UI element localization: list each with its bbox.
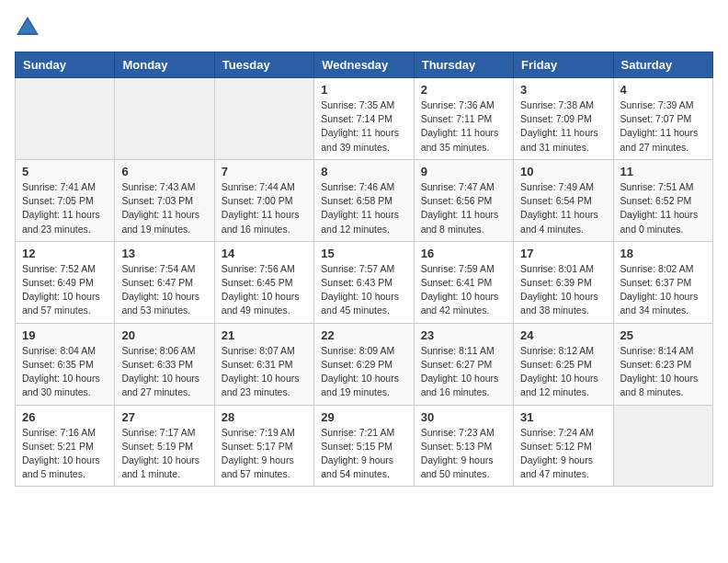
calendar-cell: 8Sunrise: 7:46 AMSunset: 6:58 PMDaylight… xyxy=(314,159,414,241)
day-info: Sunrise: 7:23 AMSunset: 5:13 PMDaylight:… xyxy=(421,426,506,482)
weekday-header-sunday: Sunday xyxy=(16,52,115,78)
day-info: Sunrise: 7:54 AMSunset: 6:47 PMDaylight:… xyxy=(121,262,207,318)
weekday-header-friday: Friday xyxy=(514,52,613,78)
sunset: Sunset: 5:12 PM xyxy=(520,441,592,452)
day-number: 30 xyxy=(421,410,506,424)
daylight: Daylight: 9 hours and 57 minutes. xyxy=(222,454,294,479)
day-info: Sunrise: 8:06 AMSunset: 6:33 PMDaylight:… xyxy=(121,344,207,400)
day-number: 2 xyxy=(421,83,506,97)
daylight: Daylight: 10 hours and 27 minutes. xyxy=(121,373,199,397)
calendar-cell xyxy=(115,78,214,160)
daylight: Daylight: 10 hours and 34 minutes. xyxy=(620,291,699,316)
day-info: Sunrise: 8:01 AMSunset: 6:39 PMDaylight:… xyxy=(520,262,606,318)
sunrise: Sunrise: 7:23 AM xyxy=(421,427,495,438)
sunset: Sunset: 5:19 PM xyxy=(121,441,193,452)
sunrise: Sunrise: 7:19 AM xyxy=(222,427,295,438)
day-info: Sunrise: 7:41 AMSunset: 7:05 PMDaylight:… xyxy=(22,180,108,236)
day-info: Sunrise: 8:07 AMSunset: 6:31 PMDaylight:… xyxy=(222,344,307,400)
daylight: Daylight: 10 hours and 23 minutes. xyxy=(222,373,300,397)
sunrise: Sunrise: 7:39 AM xyxy=(620,99,694,110)
day-info: Sunrise: 7:19 AMSunset: 5:17 PMDaylight:… xyxy=(222,426,307,482)
daylight: Daylight: 10 hours and 49 minutes. xyxy=(222,291,300,316)
sunrise: Sunrise: 8:02 AM xyxy=(620,263,694,274)
calendar-cell: 21Sunrise: 8:07 AMSunset: 6:31 PMDayligh… xyxy=(214,323,313,405)
sunset: Sunset: 6:47 PM xyxy=(121,277,193,288)
sunset: Sunset: 6:54 PM xyxy=(520,195,592,206)
calendar-cell: 30Sunrise: 7:23 AMSunset: 5:13 PMDayligh… xyxy=(414,405,513,487)
day-info: Sunrise: 7:16 AMSunset: 5:21 PMDaylight:… xyxy=(22,426,108,482)
calendar-cell: 3Sunrise: 7:38 AMSunset: 7:09 PMDaylight… xyxy=(514,78,613,160)
calendar-cell: 20Sunrise: 8:06 AMSunset: 6:33 PMDayligh… xyxy=(115,323,214,405)
day-number: 15 xyxy=(321,247,406,260)
daylight: Daylight: 10 hours and 42 minutes. xyxy=(421,291,499,316)
sunset: Sunset: 6:35 PM xyxy=(22,359,94,370)
day-number: 20 xyxy=(121,328,207,342)
sunrise: Sunrise: 8:11 AM xyxy=(421,345,495,356)
daylight: Daylight: 9 hours and 54 minutes. xyxy=(321,454,393,479)
sunset: Sunset: 6:23 PM xyxy=(620,359,692,370)
sunset: Sunset: 5:13 PM xyxy=(421,441,493,452)
calendar-cell: 2Sunrise: 7:36 AMSunset: 7:11 PMDaylight… xyxy=(414,78,513,160)
sunset: Sunset: 7:07 PM xyxy=(620,113,692,124)
calendar-cell xyxy=(613,405,712,487)
day-info: Sunrise: 8:02 AMSunset: 6:37 PMDaylight:… xyxy=(620,262,706,318)
weekday-header-saturday: Saturday xyxy=(613,52,712,78)
day-number: 3 xyxy=(520,83,606,97)
weekday-header-row: SundayMondayTuesdayWednesdayThursdayFrid… xyxy=(16,52,713,78)
sunset: Sunset: 6:43 PM xyxy=(321,277,392,288)
svg-marker-1 xyxy=(18,20,37,33)
day-info: Sunrise: 7:46 AMSunset: 6:58 PMDaylight:… xyxy=(321,180,406,236)
day-info: Sunrise: 7:17 AMSunset: 5:19 PMDaylight:… xyxy=(121,426,207,482)
calendar-cell: 17Sunrise: 8:01 AMSunset: 6:39 PMDayligh… xyxy=(514,241,613,323)
sunrise: Sunrise: 7:44 AM xyxy=(222,181,295,192)
weekday-header-wednesday: Wednesday xyxy=(314,52,414,78)
sunset: Sunset: 7:14 PM xyxy=(321,113,392,124)
calendar-cell: 31Sunrise: 7:24 AMSunset: 5:12 PMDayligh… xyxy=(514,405,613,487)
day-number: 29 xyxy=(321,410,406,424)
calendar-cell: 7Sunrise: 7:44 AMSunset: 7:00 PMDaylight… xyxy=(214,159,313,241)
day-info: Sunrise: 7:38 AMSunset: 7:09 PMDaylight:… xyxy=(520,98,606,155)
daylight: Daylight: 11 hours and 35 minutes. xyxy=(421,127,499,152)
calendar-cell: 14Sunrise: 7:56 AMSunset: 6:45 PMDayligh… xyxy=(214,241,313,323)
logo xyxy=(15,15,44,40)
day-info: Sunrise: 7:21 AMSunset: 5:15 PMDaylight:… xyxy=(321,426,406,482)
day-number: 19 xyxy=(22,328,108,342)
sunset: Sunset: 5:15 PM xyxy=(321,441,392,452)
day-number: 27 xyxy=(121,410,207,424)
daylight: Daylight: 11 hours and 39 minutes. xyxy=(321,127,399,152)
sunrise: Sunrise: 7:41 AM xyxy=(22,181,96,192)
day-info: Sunrise: 8:12 AMSunset: 6:25 PMDaylight:… xyxy=(520,344,606,400)
calendar-cell xyxy=(214,78,313,160)
day-number: 26 xyxy=(22,410,108,424)
sunrise: Sunrise: 7:21 AM xyxy=(321,427,394,438)
day-number: 24 xyxy=(520,328,606,342)
day-info: Sunrise: 7:47 AMSunset: 6:56 PMDaylight:… xyxy=(421,180,506,236)
day-number: 7 xyxy=(222,165,307,178)
daylight: Daylight: 11 hours and 0 minutes. xyxy=(620,209,699,234)
day-number: 17 xyxy=(520,247,606,260)
daylight: Daylight: 11 hours and 31 minutes. xyxy=(520,127,598,152)
calendar-cell: 22Sunrise: 8:09 AMSunset: 6:29 PMDayligh… xyxy=(314,323,414,405)
day-info: Sunrise: 7:36 AMSunset: 7:11 PMDaylight:… xyxy=(421,98,506,155)
daylight: Daylight: 10 hours and 12 minutes. xyxy=(520,373,598,397)
sunrise: Sunrise: 7:47 AM xyxy=(421,181,495,192)
calendar-cell: 26Sunrise: 7:16 AMSunset: 5:21 PMDayligh… xyxy=(16,405,115,487)
calendar-cell: 12Sunrise: 7:52 AMSunset: 6:49 PMDayligh… xyxy=(16,241,115,323)
day-number: 4 xyxy=(620,83,706,97)
day-number: 25 xyxy=(620,328,706,342)
calendar-cell: 25Sunrise: 8:14 AMSunset: 6:23 PMDayligh… xyxy=(613,323,712,405)
day-info: Sunrise: 7:24 AMSunset: 5:12 PMDaylight:… xyxy=(520,426,606,482)
sunset: Sunset: 7:00 PM xyxy=(222,195,293,206)
day-info: Sunrise: 8:11 AMSunset: 6:27 PMDaylight:… xyxy=(421,344,506,400)
sunrise: Sunrise: 7:38 AM xyxy=(520,99,594,110)
day-number: 23 xyxy=(421,328,506,342)
sunrise: Sunrise: 8:06 AM xyxy=(121,345,195,356)
daylight: Daylight: 11 hours and 27 minutes. xyxy=(620,127,699,152)
sunset: Sunset: 6:25 PM xyxy=(520,359,592,370)
day-number: 16 xyxy=(421,247,506,260)
sunrise: Sunrise: 7:49 AM xyxy=(520,181,594,192)
calendar-cell: 16Sunrise: 7:59 AMSunset: 6:41 PMDayligh… xyxy=(414,241,513,323)
sunset: Sunset: 6:56 PM xyxy=(421,195,493,206)
calendar-cell: 9Sunrise: 7:47 AMSunset: 6:56 PMDaylight… xyxy=(414,159,513,241)
daylight: Daylight: 11 hours and 16 minutes. xyxy=(222,209,300,234)
